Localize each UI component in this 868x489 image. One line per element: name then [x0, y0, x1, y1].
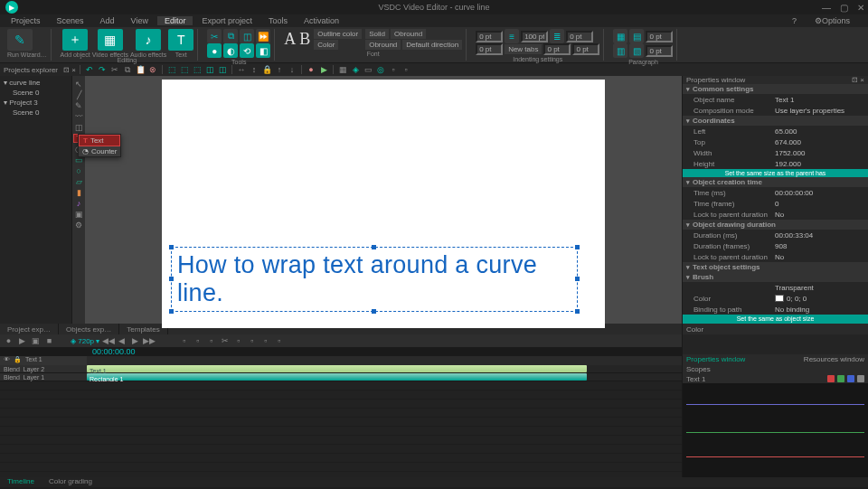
- prop-row[interactable]: Lock to parent durationNo: [683, 209, 868, 220]
- prop-row[interactable]: Time (ms)00:00:00:00: [683, 187, 868, 198]
- indent-1[interactable]: [476, 31, 503, 42]
- scope-g-icon[interactable]: [837, 375, 844, 382]
- align-left-icon[interactable]: ≡: [505, 29, 519, 43]
- resize-handle-sw[interactable]: [169, 309, 174, 314]
- strip-lock-icon[interactable]: 🔒: [261, 64, 272, 75]
- prop-action-button[interactable]: Set the same as object size: [683, 315, 868, 323]
- menu-export[interactable]: Export project: [194, 16, 259, 25]
- menu-tools[interactable]: Tools: [261, 16, 295, 25]
- timeline-clip-rect[interactable]: Rectangle 1: [87, 373, 587, 381]
- prop-section[interactable]: Brush: [683, 272, 868, 282]
- prop-close-icon[interactable]: ×: [860, 76, 864, 84]
- strip-undo-icon[interactable]: ↶: [84, 64, 95, 75]
- resize-handle-ne[interactable]: [575, 245, 580, 249]
- prop-row[interactable]: Height192.000: [683, 158, 868, 169]
- tl-stop-icon[interactable]: ■: [44, 336, 54, 346]
- menu-editor[interactable]: Editor: [157, 16, 193, 25]
- para-n2[interactable]: [646, 45, 673, 57]
- strip-zoom-icon[interactable]: ◎: [375, 64, 386, 75]
- prop-row[interactable]: Binding to pathNo binding: [683, 304, 868, 315]
- tl-tool-4[interactable]: ✂: [220, 336, 230, 346]
- resize-handle-s[interactable]: [372, 309, 376, 314]
- tl-tool-2[interactable]: ▫: [193, 336, 203, 346]
- audio-effects-button[interactable]: ♪: [136, 29, 161, 51]
- tl-play-icon[interactable]: ▶: [17, 336, 27, 346]
- prop-row[interactable]: Top674.000: [683, 136, 868, 147]
- tool-crop-icon[interactable]: ◫: [240, 29, 254, 43]
- strip-more-1[interactable]: ▫: [388, 64, 399, 75]
- vt-audio-icon[interactable]: ♪: [74, 199, 83, 208]
- strip-align-3[interactable]: ⬚: [192, 64, 203, 75]
- para-1-icon[interactable]: ▦: [613, 29, 627, 43]
- strip-align-4[interactable]: ◫: [204, 64, 215, 75]
- direction-dropdown[interactable]: Default direction: [402, 40, 462, 50]
- strip-down-icon[interactable]: ↓: [287, 64, 297, 75]
- text-color-dropdown[interactable]: Color: [314, 40, 338, 50]
- strip-ruler-icon[interactable]: ▭: [363, 64, 373, 75]
- scope-r-icon[interactable]: [827, 375, 835, 382]
- vt-pen-icon[interactable]: ✎: [74, 101, 83, 110]
- prop-row[interactable]: Time (frame)0: [683, 198, 868, 209]
- lh-lock-icon[interactable]: 🔒: [14, 356, 22, 365]
- vt-ellipse-icon[interactable]: ○: [74, 166, 83, 175]
- tab-project-exp[interactable]: Project exp…: [0, 324, 59, 334]
- prop-pin-icon[interactable]: ⊡: [852, 76, 858, 84]
- tl-tool-5[interactable]: ▫: [233, 336, 243, 346]
- prop-row[interactable]: Lock to parent durationNo: [683, 251, 868, 262]
- prop-row[interactable]: Duration (ms)00:00:33:04: [683, 230, 868, 240]
- tl-fwd-icon[interactable]: ▶: [130, 336, 140, 346]
- strip-align-2[interactable]: ⬚: [179, 64, 190, 75]
- strip-grid-icon[interactable]: ▦: [337, 64, 348, 75]
- resize-handle-nw[interactable]: [169, 245, 174, 249]
- prop-row[interactable]: Width1752.000: [683, 147, 868, 158]
- strip-align-1[interactable]: ⬚: [166, 64, 177, 75]
- prop-section[interactable]: Text object settings: [683, 262, 868, 272]
- style-solid-dropdown[interactable]: Solid: [365, 29, 389, 39]
- resize-handle-n[interactable]: [372, 245, 376, 249]
- tool-b-icon[interactable]: ◐: [223, 43, 238, 58]
- para-4-icon[interactable]: ▧: [629, 43, 644, 58]
- prop-section[interactable]: Object creation time: [683, 177, 868, 187]
- vt-pointer-icon[interactable]: ↖: [74, 80, 83, 89]
- tool-a-icon[interactable]: ●: [207, 43, 222, 58]
- strip-cut-icon[interactable]: ✂: [109, 64, 120, 75]
- prop-row[interactable]: Color0; 0; 0: [683, 293, 868, 304]
- strip-rec-icon[interactable]: ●: [306, 64, 316, 75]
- tab-objects-exp[interactable]: Objects exp…: [59, 324, 119, 334]
- prop-row[interactable]: Object nameText 1: [683, 94, 868, 105]
- tree-project[interactable]: ▾ curve line: [4, 78, 68, 88]
- tool-speed-icon[interactable]: ⏩: [256, 29, 270, 43]
- prop-row[interactable]: Transparent: [683, 282, 868, 293]
- close-button[interactable]: ✕: [857, 3, 864, 13]
- outline-color-dropdown[interactable]: Outline color: [314, 29, 362, 39]
- tree-scene-0b[interactable]: Scene 0: [4, 108, 68, 118]
- new-tabs-dropdown[interactable]: New tabs: [505, 44, 542, 54]
- menu-activation[interactable]: Activation: [297, 16, 346, 25]
- strip-del-icon[interactable]: ⊗: [147, 64, 158, 75]
- res-tab[interactable]: Resources window: [804, 355, 864, 363]
- prop-section[interactable]: Common settings: [683, 84, 868, 94]
- strip-play-icon[interactable]: ▶: [318, 64, 329, 75]
- prop-row[interactable]: Left65.000: [683, 126, 868, 136]
- prop-row[interactable]: Composition modeUse layer's properties: [683, 105, 868, 116]
- scope-b-icon[interactable]: [847, 375, 854, 382]
- ctx-text-item[interactable]: TText: [79, 135, 120, 146]
- scope-w-icon[interactable]: [857, 375, 864, 382]
- tl-rec-icon[interactable]: ●: [4, 336, 14, 346]
- style-none-dropdown[interactable]: Obround: [365, 40, 401, 50]
- vt-brush-icon[interactable]: 〰: [74, 112, 83, 121]
- strip-paste-icon[interactable]: 📋: [135, 64, 146, 75]
- strip-move-1[interactable]: ↔: [236, 64, 247, 75]
- align-center-icon[interactable]: ≣: [550, 29, 564, 43]
- about-button[interactable]: ?: [785, 16, 804, 25]
- style-obround-dropdown[interactable]: Obround: [391, 29, 426, 39]
- strip-move-2[interactable]: ↕: [249, 64, 259, 75]
- strip-snap-icon[interactable]: ◈: [350, 64, 361, 75]
- tl-tool-7[interactable]: ▫: [260, 336, 270, 346]
- canvas-text-content[interactable]: How to wrap text around a curve line.: [177, 251, 571, 307]
- para-n1[interactable]: [646, 31, 673, 42]
- strip-redo-icon[interactable]: ↷: [97, 64, 108, 75]
- lh-eye-icon[interactable]: 👁: [4, 356, 10, 365]
- vt-chart-icon[interactable]: ▮: [74, 188, 83, 197]
- para-3-icon[interactable]: ▥: [613, 43, 627, 58]
